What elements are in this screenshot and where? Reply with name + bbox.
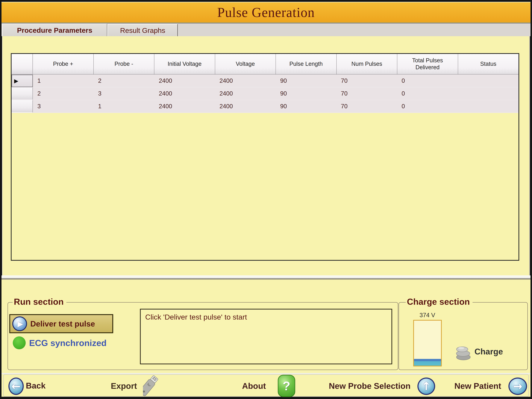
export-button[interactable]: Export — [111, 381, 137, 390]
current-row-pointer-icon: ▶ — [12, 78, 18, 84]
ecg-status-indicator-icon — [13, 336, 26, 349]
table-row[interactable]: 3 1 2400 2400 90 70 0 — [12, 100, 519, 113]
cell-total-pulses-delivered[interactable]: 0 — [397, 100, 458, 113]
charge-level-bar — [413, 320, 442, 367]
charge-section-title: Charge section — [406, 297, 473, 307]
deliver-test-pulse-label: Deliver test pulse — [30, 319, 95, 328]
cell-probe-plus[interactable]: 1 — [33, 75, 94, 87]
status-message-text: Click 'Deliver test pulse' to start — [145, 313, 247, 321]
about-button[interactable]: About — [242, 381, 266, 390]
table-row[interactable]: 2 3 2400 2400 90 70 0 — [12, 87, 519, 100]
table-row[interactable]: ▶ 1 2 2400 2400 90 70 0 — [12, 75, 519, 87]
right-arrow-glyph: → — [513, 380, 522, 393]
coin-stack-icon — [455, 343, 472, 361]
cell-status[interactable] — [458, 87, 519, 100]
title-bar: Pulse Generation — [1, 2, 531, 23]
cell-probe-minus[interactable]: 1 — [94, 100, 154, 113]
cell-voltage[interactable]: 2400 — [215, 75, 276, 87]
page-title: Pulse Generation — [217, 5, 315, 20]
cell-num-pulses[interactable]: 70 — [336, 100, 397, 113]
cell-initial-voltage[interactable]: 2400 — [154, 100, 215, 113]
row-selector[interactable] — [12, 87, 33, 100]
new-probe-selection-button[interactable]: New Probe Selection — [329, 381, 411, 390]
charge-fill — [414, 359, 441, 366]
cell-pulse-length[interactable]: 90 — [276, 100, 336, 113]
tab-result-graphs[interactable]: Result Graphs — [108, 24, 178, 37]
run-section-title: Run section — [13, 297, 66, 307]
cell-pulse-length[interactable]: 90 — [276, 75, 336, 87]
back-button[interactable]: Back — [26, 381, 45, 390]
cell-status[interactable] — [458, 75, 519, 87]
table-header-row: Probe + Probe - Initial Voltage Voltage … — [12, 54, 519, 75]
help-question-icon[interactable]: ? — [278, 375, 295, 397]
tab-procedure-parameters-label: Procedure Parameters — [17, 26, 92, 34]
charge-voltage-label: 374 V — [413, 312, 442, 318]
back-arrow-glyph: ← — [12, 380, 21, 393]
help-glyph: ? — [283, 379, 290, 393]
cell-initial-voltage[interactable]: 2400 — [154, 87, 215, 100]
column-header-total-pulses-delivered: Total Pulses Delivered — [397, 54, 458, 75]
tab-procedure-parameters[interactable]: Procedure Parameters — [2, 24, 107, 37]
usb-drive-icon[interactable] — [143, 375, 168, 398]
cell-voltage[interactable]: 2400 — [215, 87, 276, 100]
navbar-top-highlight — [1, 373, 531, 374]
row-selector-current[interactable]: ▶ — [12, 75, 33, 87]
tab-strip: Procedure Parameters Result Graphs — [1, 23, 531, 36]
cell-voltage[interactable]: 2400 — [215, 100, 276, 113]
up-arrow-icon[interactable]: ↑ — [418, 378, 435, 395]
charge-button-label: Charge — [475, 347, 503, 356]
cell-initial-voltage[interactable]: 2400 — [154, 75, 215, 87]
column-header-initial-voltage: Initial Voltage — [154, 54, 215, 75]
play-icon: ▶ — [12, 317, 27, 331]
column-header-status: Status — [458, 54, 519, 75]
up-arrow-glyph: ↑ — [422, 380, 431, 393]
cell-probe-plus[interactable]: 2 — [33, 87, 94, 100]
column-header-probe-plus: Probe + — [33, 54, 94, 75]
cell-pulse-length[interactable]: 90 — [276, 87, 336, 100]
cell-probe-minus[interactable]: 3 — [94, 87, 154, 100]
cell-total-pulses-delivered[interactable]: 0 — [397, 87, 458, 100]
column-header-pulse-length: Pulse Length — [276, 54, 337, 75]
column-header-probe-minus: Probe - — [94, 54, 154, 75]
cell-status[interactable] — [458, 100, 519, 113]
charge-button[interactable]: Charge — [455, 343, 503, 361]
status-message-box: Click 'Deliver test pulse' to start — [140, 309, 392, 364]
back-arrow-icon[interactable]: ← — [8, 378, 24, 395]
cell-probe-minus[interactable]: 2 — [94, 75, 154, 87]
column-header-voltage: Voltage — [215, 54, 276, 75]
parameters-table: Probe + Probe - Initial Voltage Voltage … — [11, 53, 519, 261]
play-glyph: ▶ — [16, 320, 23, 328]
cell-num-pulses[interactable]: 70 — [336, 75, 397, 87]
cell-num-pulses[interactable]: 70 — [336, 87, 397, 100]
table-corner-cell — [12, 54, 33, 75]
row-selector[interactable] — [12, 100, 33, 113]
cell-probe-plus[interactable]: 3 — [33, 100, 94, 113]
cell-total-pulses-delivered[interactable]: 0 — [397, 75, 458, 87]
ecg-status-label: ECG synchronized — [29, 338, 107, 348]
new-patient-button[interactable]: New Patient — [454, 381, 501, 390]
bottom-navigation-bar — [3, 374, 529, 397]
panel-separator — [1, 275, 531, 281]
deliver-test-pulse-button[interactable]: ▶ Deliver test pulse — [9, 314, 113, 333]
column-header-num-pulses: Num Pulses — [337, 54, 398, 75]
right-arrow-icon[interactable]: → — [508, 378, 527, 395]
pulse-generation-window: Pulse Generation Procedure Parameters Re… — [0, 0, 532, 399]
tab-result-graphs-label: Result Graphs — [120, 26, 165, 35]
